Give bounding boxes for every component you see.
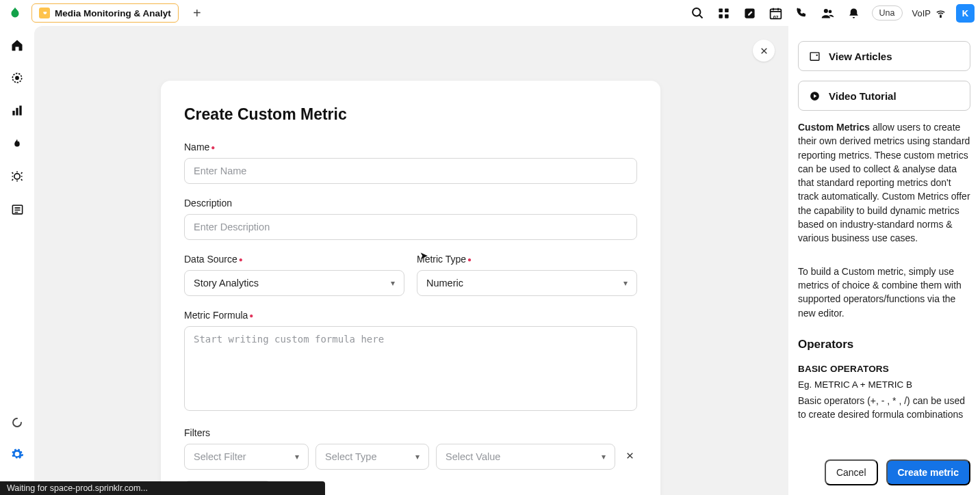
browser-status-bar: Waiting for space-prod.sprinklr.com... bbox=[0, 481, 325, 495]
bell-icon[interactable] bbox=[846, 5, 862, 21]
active-tab[interactable]: Media Monitoring & Analyt bbox=[31, 3, 179, 23]
spinner-icon bbox=[9, 414, 25, 431]
basic-text: Basic operators (+, - , * , /) can be us… bbox=[798, 394, 970, 422]
view-articles-button[interactable]: View Articles bbox=[798, 41, 970, 71]
svg-rect-3 bbox=[719, 14, 723, 18]
svg-rect-4 bbox=[725, 14, 729, 18]
close-modal-button[interactable] bbox=[753, 40, 775, 62]
name-input[interactable] bbox=[184, 158, 637, 184]
svg-rect-2 bbox=[725, 8, 729, 12]
description-label: Description bbox=[184, 198, 637, 209]
calendar-icon[interactable]: 07 bbox=[768, 5, 784, 21]
video-tutorial-button[interactable]: Video Tutorial bbox=[798, 81, 970, 111]
compose-icon[interactable] bbox=[742, 5, 758, 21]
svg-point-7 bbox=[824, 8, 828, 12]
formula-label: Metric Formula● bbox=[184, 310, 637, 321]
filter-field-select[interactable]: Select Filter ▾ bbox=[184, 444, 309, 470]
svg-point-9 bbox=[940, 16, 942, 17]
tab-title: Media Monitoring & Analyt bbox=[55, 8, 171, 18]
chevron-down-icon: ▾ bbox=[295, 452, 299, 461]
metrictype-select[interactable]: Numeric ▾ bbox=[417, 270, 637, 296]
help-panel: View Articles Video Tutorial Custom Metr… bbox=[788, 26, 980, 495]
chevron-down-icon: ▾ bbox=[623, 278, 628, 288]
filters-label: Filters bbox=[184, 427, 637, 438]
chevron-down-icon: ▾ bbox=[391, 278, 395, 288]
target-icon[interactable] bbox=[9, 70, 25, 86]
bug-icon[interactable] bbox=[9, 168, 25, 185]
new-tab-button[interactable]: + bbox=[188, 4, 206, 22]
svg-point-15 bbox=[14, 174, 20, 179]
basic-operators-heading: BASIC OPERATORS bbox=[798, 364, 970, 374]
operators-heading: Operators bbox=[798, 338, 970, 351]
wifi-icon bbox=[935, 8, 946, 19]
una-badge[interactable]: Una bbox=[872, 5, 903, 21]
svg-point-0 bbox=[693, 8, 700, 16]
intro-text: Custom Metrics allow users to create the… bbox=[798, 120, 970, 245]
svg-rect-13 bbox=[16, 108, 18, 116]
play-icon bbox=[808, 90, 821, 102]
news-icon[interactable] bbox=[9, 201, 25, 217]
gear-icon[interactable] bbox=[9, 446, 25, 462]
create-metric-button[interactable]: Create metric bbox=[886, 459, 971, 485]
tab-badge-icon bbox=[39, 8, 50, 18]
filter-value-select[interactable]: Select Value ▾ bbox=[436, 444, 615, 470]
svg-rect-14 bbox=[19, 106, 21, 116]
howto-text: To build a Custom metric, simply use met… bbox=[798, 265, 970, 320]
basic-example: Eg. METRIC A + METRIC B bbox=[798, 379, 970, 390]
description-input[interactable] bbox=[184, 214, 637, 240]
cancel-button[interactable]: Cancel bbox=[825, 459, 878, 485]
datasource-label: Data Source● bbox=[184, 254, 404, 265]
svg-point-11 bbox=[16, 77, 18, 79]
home-icon[interactable] bbox=[9, 37, 25, 53]
calendar-day: 07 bbox=[768, 15, 784, 20]
filter-type-select[interactable]: Select Type ▾ bbox=[315, 444, 429, 470]
phone-icon[interactable] bbox=[794, 5, 810, 21]
chevron-down-icon: ▾ bbox=[415, 452, 420, 461]
svg-rect-17 bbox=[810, 52, 819, 59]
svg-point-8 bbox=[829, 10, 832, 13]
apps-grid-icon[interactable] bbox=[716, 5, 732, 21]
create-metric-card: Create Custom Metric Name● Description D… bbox=[161, 81, 660, 495]
people-icon[interactable] bbox=[820, 5, 836, 21]
profile-avatar[interactable]: K bbox=[956, 4, 975, 23]
name-label: Name● bbox=[184, 142, 637, 152]
app-logo[interactable] bbox=[5, 3, 25, 23]
svg-rect-12 bbox=[12, 111, 14, 116]
metrictype-label: Metric Type● bbox=[417, 254, 637, 265]
formula-input[interactable] bbox=[184, 326, 637, 411]
remove-filter-button[interactable] bbox=[622, 451, 637, 462]
search-icon[interactable] bbox=[690, 5, 706, 21]
svg-rect-1 bbox=[719, 8, 723, 12]
article-icon bbox=[808, 50, 821, 62]
voip-status[interactable]: VoIP bbox=[912, 8, 946, 19]
fire-icon[interactable] bbox=[9, 135, 25, 152]
modal-title: Create Custom Metric bbox=[184, 105, 637, 124]
chevron-down-icon: ▾ bbox=[602, 452, 606, 461]
bar-chart-icon[interactable] bbox=[9, 103, 25, 119]
datasource-select[interactable]: Story Analytics ▾ bbox=[184, 270, 404, 296]
